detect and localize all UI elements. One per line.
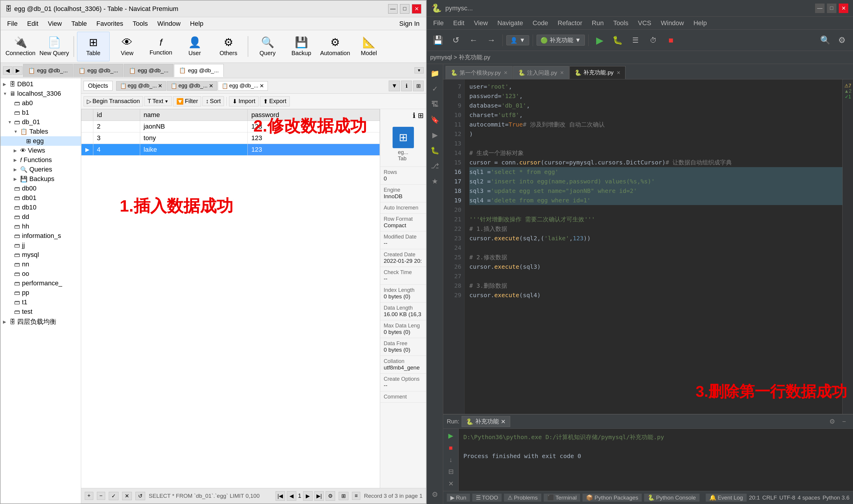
row-id-3[interactable]: 4 [93,144,140,156]
toolbar-view-btn[interactable]: 👁 View [111,32,143,61]
table-row[interactable]: 3 tony 123 [81,132,380,144]
toolbar-others-btn[interactable]: ⚙ Others [212,32,245,61]
info-grid-btn[interactable]: ⊞ [418,111,424,120]
run-stop-btn[interactable]: ■ [446,443,456,452]
py-save-btn[interactable]: 💾 [430,33,446,48]
run-play-btn[interactable]: ▶ [446,431,456,440]
menu-edit[interactable]: Edit [23,19,42,29]
run-tab[interactable]: 🐍 补充功能 ✕ [461,416,510,427]
tree-item-db01[interactable]: ▶ 🗄 DB01 [1,79,81,89]
tree-item-egg[interactable]: ⊞ egg [1,136,81,146]
menu-table[interactable]: Table [67,19,91,29]
row-id-2[interactable]: 3 [93,132,140,144]
tree-item-db00[interactable]: 🗃 db00 [1,184,81,193]
py-profile-btn[interactable]: ⏱ [646,33,661,48]
py-user-btn[interactable]: 👤 ▼ [506,35,529,45]
py-menu-refactor[interactable]: Refactor [553,18,586,28]
py-bottom-run-btn[interactable]: ▶ Run [447,493,470,502]
tab-nav-prev[interactable]: ◀ [3,66,13,75]
menu-tools[interactable]: Tools [129,19,152,29]
menu-view[interactable]: View [43,19,66,29]
add-row-btn[interactable]: + [85,492,93,500]
toolbar-automation-btn[interactable]: ⚙ Automation [319,32,351,61]
py-back-btn[interactable]: ← [466,33,481,48]
egg-tab-2[interactable]: 📋 egg @db_... ✕ [167,81,217,91]
tree-item-nn[interactable]: 🗃 nn [1,259,81,269]
col-header-password[interactable]: password [248,109,380,121]
menu-window[interactable]: Window [153,19,185,29]
py-sidebar-bookmark[interactable]: 🔖 [428,113,442,127]
navicat-minimize-btn[interactable]: — [388,4,398,14]
py-search-btn[interactable]: 🔍 [817,33,833,48]
tree-item-oo[interactable]: 🗃 oo [1,269,81,278]
tree-item-tables[interactable]: ▼ 📋 Tables [1,127,81,136]
menu-favorites[interactable]: Favorites [92,19,127,29]
egg-tab-1[interactable]: 📋 egg @db_... ✕ [116,81,166,91]
toolbar-user-btn[interactable]: 👤 User [178,32,211,61]
tree-item-db_01[interactable]: ▼ 🗃 db_01 [1,117,81,127]
toolbar-new-query-btn[interactable]: 📄 New Query [38,32,71,61]
begin-transaction-btn[interactable]: ▷ Begin Transaction [84,96,143,106]
py-forward-btn[interactable]: → [484,33,499,48]
sort-btn[interactable]: ↕ Sort [202,96,224,106]
objects-btn[interactable]: Objects [84,81,113,91]
py-menu-vcs[interactable]: VCS [634,18,655,28]
grid-view-btn[interactable]: ⊞ [339,492,348,500]
data-table[interactable]: id name password 2 jaonNB 123 [81,109,380,488]
py-menu-code[interactable]: Code [529,18,552,28]
tree-item-b1[interactable]: 🗃 b1 [1,108,81,117]
tree-item-views[interactable]: ▶ 👁 Views [1,146,81,155]
tree-item-queries[interactable]: ▶ 🔍 Queries [1,165,81,174]
py-bottom-terminal-btn[interactable]: ⬛ Terminal [544,493,580,502]
table-row-selected[interactable]: ▶ 4 laike 123 [81,144,380,156]
tree-item-hh[interactable]: 🗃 hh [1,222,81,231]
py-sidebar-git[interactable]: ⎇ [428,159,442,173]
py-run-btn[interactable]: ▶ [592,33,608,48]
py-tab-2-close[interactable]: ✕ [560,70,564,75]
toolbar-connection-btn[interactable]: 🔌 Connection [4,32,37,61]
py-bottom-eventlog-btn[interactable]: 🔔 Event Log [706,493,747,502]
text-btn[interactable]: T Text ▼ [144,96,172,106]
py-bottom-problems-btn[interactable]: ⚠ Problems [504,493,541,502]
tree-item-backups[interactable]: ▶ 💾 Backups [1,174,81,184]
py-tab-3-close[interactable]: ✕ [617,70,620,75]
egg-tab-3[interactable]: 📋 egg @db_... ✕ [218,81,268,91]
py-refresh-btn[interactable]: ↺ [448,33,464,48]
pycharm-maximize-btn[interactable]: □ [827,3,836,13]
tab-overflow-btn[interactable]: ▼ [389,80,400,91]
py-sidebar-debug[interactable]: 🐛 [428,143,442,158]
row-password-1[interactable]: 123 [248,121,380,132]
menu-file[interactable]: File [3,19,22,29]
import-btn[interactable]: ⬇ Import [229,96,259,106]
py-sidebar-project[interactable]: 📁 [428,66,442,80]
py-settings-btn[interactable]: ⚙ [834,33,850,48]
tab-more-btn[interactable]: ▼ [415,67,424,73]
discard-btn[interactable]: ✕ [122,492,132,500]
py-menu-view[interactable]: View [470,18,492,28]
py-bottom-console-btn[interactable]: 🐍 Python Console [644,493,699,502]
py-sidebar-structure[interactable]: 🏗 [428,97,442,111]
py-stop-btn[interactable]: ■ [664,33,679,48]
py-menu-file[interactable]: File [429,18,448,28]
editor-tab-4[interactable]: 📋 egg @db_... [174,64,224,77]
refresh-btn[interactable]: ↺ [135,492,145,500]
pag-next-btn[interactable]: ▶ [303,491,313,501]
tree-item-db01b[interactable]: 🗃 db01 [1,193,81,203]
py-coverage-btn[interactable]: ☰ [628,33,643,48]
apply-btn[interactable]: ✓ [109,492,119,500]
py-menu-tools[interactable]: Tools [609,18,633,28]
py-menu-window[interactable]: Window [657,18,688,28]
toolbar-table-btn[interactable]: ⊞ Table [77,32,110,61]
editor-tab-2[interactable]: 📋 egg @db_... [73,64,123,77]
egg-tab-2-close[interactable]: ✕ [209,83,213,89]
py-debug-btn[interactable]: 🐛 [610,33,625,48]
row-name-1[interactable]: jaonNB [140,121,248,132]
tree-item-db10[interactable]: 🗃 db10 [1,203,81,212]
py-menu-help[interactable]: Help [689,18,711,28]
py-sidebar-settings[interactable]: ⚙ [428,487,442,502]
run-settings-btn[interactable]: ⚙ [827,416,838,427]
col-header-id[interactable]: id [93,109,140,121]
py-tab-2[interactable]: 🐍 注入问题.py ✕ [513,66,569,79]
tree-item-jj[interactable]: 🗃 jj [1,240,81,250]
toolbar-backup-btn[interactable]: 💾 Backup [285,32,317,61]
